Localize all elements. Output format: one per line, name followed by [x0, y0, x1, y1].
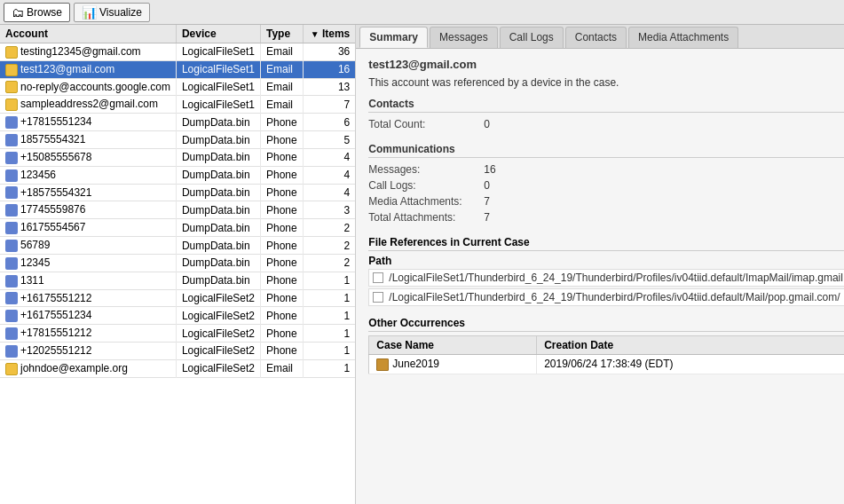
tab-contacts[interactable]: Contacts [565, 27, 627, 48]
account-cell: 1311 [0, 272, 176, 289]
case-icon [376, 358, 389, 371]
account-cell: 17745559876 [0, 201, 176, 219]
account-cell: +16175551212 [0, 289, 176, 307]
items-cell: 6 [303, 114, 355, 131]
col-header-type[interactable]: Type [261, 25, 304, 43]
type-cell: Phone [261, 289, 304, 307]
path-checkbox[interactable] [373, 272, 383, 283]
accounts-table-container[interactable]: Account Device Type ▼ Items testing12345… [0, 25, 355, 504]
browse-icon: 🗂 [12, 5, 24, 20]
left-panel: Account Device Type ▼ Items testing12345… [0, 25, 356, 504]
type-cell: Phone [261, 166, 304, 184]
table-row[interactable]: test123@gmail.com LogicalFileSet1 Email … [0, 60, 355, 78]
path-text: /LogicalFileSet1/Thunderbird_6_24_19/Thu… [389, 291, 840, 303]
account-cell: 12345 [0, 254, 176, 272]
table-row[interactable]: 1311 DumpData.bin Phone 1 [0, 272, 355, 289]
path-label: Path [368, 255, 844, 267]
device-cell: LogicalFileSet1 [176, 60, 260, 78]
file-references-title: File References in Current Case [368, 236, 844, 251]
table-row[interactable]: 18575554321 DumpData.bin Phone 5 [0, 131, 355, 149]
table-row[interactable]: testing12345@gmail.com LogicalFileSet1 E… [0, 43, 355, 61]
phone-icon [5, 310, 18, 322]
table-row[interactable]: 16175554567 DumpData.bin Phone 2 [0, 219, 355, 237]
account-cell: sampleaddress2@gmail.com [0, 96, 176, 114]
messages-row: Messages: 16 [368, 161, 844, 177]
table-row[interactable]: +12025551212 LogicalFileSet2 Phone 1 [0, 343, 355, 360]
device-cell: LogicalFileSet2 [176, 325, 260, 343]
table-row[interactable]: +16175551212 LogicalFileSet2 Phone 1 [0, 289, 355, 307]
visualize-icon: 📊 [82, 5, 97, 20]
account-cell: +18575554321 [0, 184, 176, 201]
account-cell: 18575554321 [0, 131, 176, 149]
table-row[interactable]: no-reply@accounts.google.com LogicalFile… [0, 78, 355, 96]
type-cell: Phone [261, 219, 304, 237]
tab-messages[interactable]: Messages [430, 27, 498, 48]
email-icon [5, 363, 18, 375]
items-cell: 36 [303, 43, 355, 61]
call-logs-row: Call Logs: 0 [368, 177, 844, 193]
toolbar: 🗂 Browse 📊 Visualize [0, 0, 844, 25]
table-row[interactable]: 17745559876 DumpData.bin Phone 3 [0, 201, 355, 219]
email-icon [5, 46, 18, 59]
sort-icon: ▼ [311, 29, 319, 39]
occurrences-table: Case Name Creation Date June2019 2019/06… [368, 335, 844, 374]
visualize-button[interactable]: 📊 Visualize [74, 3, 150, 22]
table-row[interactable]: +18575554321 DumpData.bin Phone 4 [0, 184, 355, 201]
account-cell: 123456 [0, 166, 176, 184]
items-cell: 2 [303, 219, 355, 237]
total-attachments-value: 7 [484, 211, 490, 224]
table-row[interactable]: 56789 DumpData.bin Phone 2 [0, 237, 355, 255]
main-layout: Account Device Type ▼ Items testing12345… [0, 25, 844, 504]
summary-email: test123@gmail.com [368, 58, 844, 71]
type-cell: Phone [261, 343, 304, 360]
items-cell: 1 [303, 359, 355, 377]
account-cell: johndoe@example.org [0, 359, 176, 377]
case-name-cell: June2019 [369, 355, 537, 374]
browse-button[interactable]: 🗂 Browse [4, 3, 70, 22]
type-cell: Email [261, 96, 304, 114]
total-count-label: Total Count: [368, 118, 484, 130]
device-cell: LogicalFileSet2 [176, 359, 260, 377]
tab-call-logs[interactable]: Call Logs [500, 27, 564, 48]
tab-summary[interactable]: Summary [359, 27, 428, 48]
table-row[interactable]: +16175551234 LogicalFileSet2 Phone 1 [0, 307, 355, 325]
device-cell: DumpData.bin [176, 114, 260, 131]
table-row[interactable]: +15085555678 DumpData.bin Phone 4 [0, 148, 355, 166]
items-cell: 4 [303, 148, 355, 166]
browse-label: Browse [27, 6, 62, 19]
items-cell: 1 [303, 343, 355, 360]
type-cell: Phone [261, 272, 304, 289]
contacts-section: Contacts Total Count: 0 [368, 98, 844, 132]
items-cell: 3 [303, 201, 355, 219]
device-cell: LogicalFileSet1 [176, 96, 260, 114]
type-cell: Phone [261, 325, 304, 343]
device-cell: LogicalFileSet1 [176, 43, 260, 61]
table-row[interactable]: johndoe@example.org LogicalFileSet2 Emai… [0, 359, 355, 377]
type-cell: Email [261, 359, 304, 377]
total-count-value: 0 [484, 118, 490, 130]
device-cell: LogicalFileSet2 [176, 343, 260, 360]
device-cell: DumpData.bin [176, 219, 260, 237]
table-row[interactable]: +17815551234 DumpData.bin Phone 6 [0, 114, 355, 131]
col-header-account[interactable]: Account [0, 25, 176, 43]
col-header-items[interactable]: ▼ Items [303, 25, 355, 43]
path-item: /LogicalFileSet1/Thunderbird_6_24_19/Thu… [368, 288, 844, 306]
occ-col-date: Creation Date [537, 336, 844, 355]
type-cell: Email [261, 43, 304, 61]
table-row[interactable]: 123456 DumpData.bin Phone 4 [0, 166, 355, 184]
col-header-device[interactable]: Device [176, 25, 260, 43]
paths-container: /LogicalFileSet1/Thunderbird_6_24_19/Thu… [368, 269, 844, 306]
contacts-title: Contacts [368, 98, 844, 113]
total-attachments-label: Total Attachments: [368, 211, 484, 224]
phone-icon [5, 134, 18, 146]
type-cell: Email [261, 60, 304, 78]
account-cell: +17815551234 [0, 114, 176, 131]
table-row[interactable]: 12345 DumpData.bin Phone 2 [0, 254, 355, 272]
summary-content[interactable]: test123@gmail.com This account was refer… [356, 49, 844, 504]
table-row[interactable]: sampleaddress2@gmail.com LogicalFileSet1… [0, 96, 355, 114]
table-row[interactable]: +17815551212 LogicalFileSet2 Phone 1 [0, 325, 355, 343]
path-checkbox[interactable] [373, 292, 383, 303]
tab-media-attachments[interactable]: Media Attachments [628, 27, 738, 48]
occurrence-row[interactable]: June2019 2019/06/24 17:38:49 (EDT) [369, 355, 844, 374]
account-cell: 56789 [0, 237, 176, 255]
